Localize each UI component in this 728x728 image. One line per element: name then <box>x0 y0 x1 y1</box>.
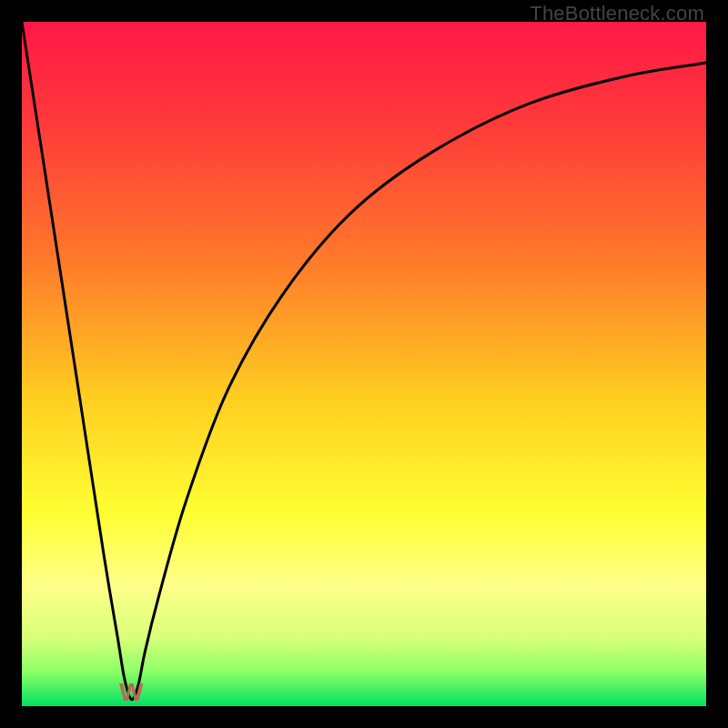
plot-area <box>22 22 706 706</box>
watermark-text: TheBottleneck.com <box>530 2 704 25</box>
plot-frame <box>22 22 706 706</box>
gradient-rect <box>22 22 706 706</box>
background-gradient <box>22 22 706 706</box>
